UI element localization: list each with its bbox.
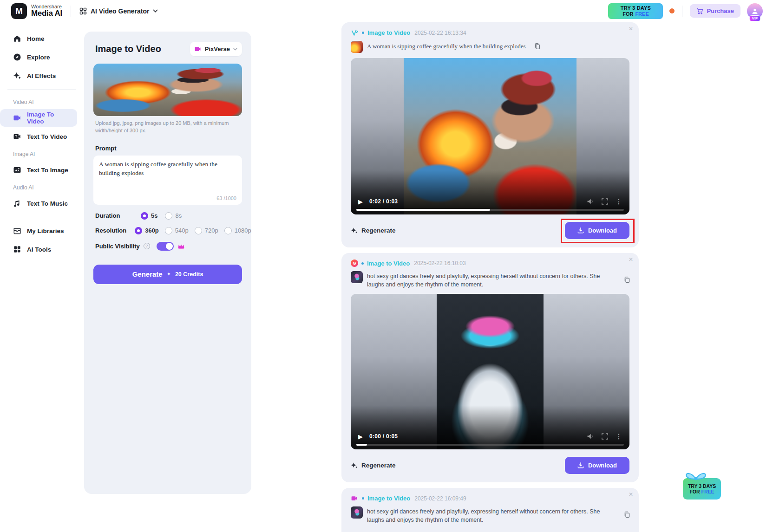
sidebar-item-ai-effects[interactable]: AI Effects (0, 67, 77, 84)
video-player[interactable]: ▶ 0:02 / 0:03 ⋮ (351, 58, 629, 214)
trial-promo-banner[interactable]: TRY 3 DAYS FORFREE (608, 3, 663, 19)
source-image-thumbnail[interactable] (351, 41, 363, 53)
app-selector-label: AI Video Generator (91, 7, 150, 15)
public-visibility-label: Public Visibility (95, 243, 140, 250)
brand-logo[interactable]: M Wondershare Media AI (11, 3, 62, 19)
regenerate-sparkle-icon (351, 227, 358, 234)
radio-selected-icon (135, 227, 142, 234)
copy-icon[interactable] (623, 509, 630, 518)
public-visibility-toggle[interactable] (157, 242, 174, 251)
sidebar: Home Explore AI Effects Video AI Image T… (0, 22, 84, 532)
radio-label: 360p (145, 227, 159, 234)
play-icon[interactable]: ▶ (358, 198, 363, 205)
prompt-label: Prompt (95, 145, 240, 152)
sidebar-divider (7, 217, 76, 217)
regenerate-label: Regenerate (361, 462, 396, 469)
radio-label: 1080p (235, 227, 251, 234)
more-options-icon[interactable]: ⋮ (616, 198, 622, 205)
resolution-option-360p[interactable]: 360p (135, 227, 159, 234)
radio-label: 540p (175, 227, 189, 234)
pixverse-icon (195, 46, 202, 52)
download-wrap: Download (565, 457, 629, 474)
volume-icon[interactable] (587, 433, 594, 440)
regenerate-sparkle-icon (351, 462, 358, 469)
video-progress-bar[interactable] (356, 444, 624, 446)
source-image-thumbnail[interactable] (351, 271, 363, 283)
sidebar-item-label: Explore (27, 54, 50, 61)
download-label: Download (588, 462, 617, 469)
uploaded-image (93, 64, 242, 116)
close-icon[interactable]: ✕ (629, 256, 633, 263)
sidebar-item-label: Text To Music (27, 200, 68, 207)
sidebar-item-image-to-video[interactable]: Image To Video (0, 109, 77, 127)
promo-line2: FORFREE (622, 11, 649, 17)
sidebar-item-text-to-image[interactable]: Text To Image (0, 161, 77, 179)
regenerate-button[interactable]: Regenerate (351, 462, 396, 469)
duration-option-8s[interactable]: 8s (165, 212, 182, 220)
upload-hint-text: Upload jpg, jpeg, png images up to 20 MB… (95, 120, 240, 135)
result-type-label: Image to Video (367, 29, 410, 36)
download-icon (577, 227, 584, 234)
radio-icon (195, 227, 202, 234)
fullscreen-icon[interactable] (602, 198, 608, 205)
download-button[interactable]: Download (565, 457, 629, 474)
radio-icon (224, 227, 232, 234)
source-image-thumbnail[interactable] (351, 506, 363, 519)
generate-button[interactable]: Generate ✦ 20 Credits (93, 265, 242, 284)
radio-selected-icon (141, 212, 148, 220)
user-avatar[interactable]: VIP (747, 3, 763, 19)
volume-icon[interactable] (587, 198, 594, 205)
model-selector-button[interactable]: PixVerse (190, 42, 242, 56)
regenerate-button[interactable]: Regenerate (351, 227, 396, 234)
fullscreen-icon[interactable] (602, 433, 608, 440)
sidebar-section-image-ai: Image AI (0, 146, 84, 160)
prompt-input[interactable]: A woman is sipping coffee gracefully whe… (99, 160, 236, 194)
play-icon[interactable]: ▶ (358, 433, 363, 440)
app-selector-dropdown[interactable]: AI Video Generator (79, 7, 158, 15)
sidebar-item-label: AI Effects (27, 72, 56, 79)
player-gradient (351, 405, 629, 449)
credit-sparkle-icon: ✦ (167, 271, 171, 277)
sidebar-item-label: AI Tools (27, 246, 51, 253)
sidebar-item-explore[interactable]: Explore (0, 48, 77, 66)
sidebar-item-label: My Libraries (27, 227, 64, 234)
floating-promo-line2: FORFREE (689, 489, 714, 494)
duration-option-5s[interactable]: 5s (141, 212, 157, 220)
sidebar-item-my-libraries[interactable]: My Libraries (0, 222, 77, 240)
char-counter: 63 /1000 (216, 195, 236, 201)
download-button[interactable]: Download (565, 222, 629, 239)
resolution-option-540p[interactable]: 540p (165, 227, 189, 234)
brand-line-bottom: Media AI (31, 9, 62, 18)
close-icon[interactable]: ✕ (629, 491, 633, 498)
video-player[interactable]: ▶ 0:00 / 0:05 ⋮ (351, 294, 629, 449)
regenerate-label: Regenerate (361, 227, 396, 234)
notification-dot[interactable] (669, 8, 675, 13)
sidebar-item-ai-tools[interactable]: AI Tools (0, 240, 77, 258)
sidebar-item-text-to-music[interactable]: Text To Music (0, 195, 77, 212)
radio-label: 5s (151, 212, 157, 219)
resolution-row: Resolution 360p 540p 720p 1080p (93, 227, 242, 234)
status-dot (361, 262, 364, 265)
result-card: ✕ G Image to Video 2025-02-22 16:10:03 h… (341, 253, 639, 482)
sidebar-item-label: Text To Image (27, 167, 68, 174)
image-upload-preview[interactable] (93, 64, 242, 116)
video-time: 0:00 / 0:05 (369, 433, 398, 440)
provider-logo-icon (351, 29, 359, 37)
help-icon[interactable]: ? (144, 243, 150, 249)
status-dot (362, 32, 364, 34)
resolution-option-1080p[interactable]: 1080p (224, 227, 251, 234)
copy-icon[interactable] (534, 41, 541, 50)
apps-grid-icon (79, 7, 87, 15)
purchase-button[interactable]: Purchase (690, 4, 740, 18)
result-card: ✕ Image to Video 2025-02-22 16:09:49 hot… (341, 488, 639, 532)
video-progress-bar[interactable] (356, 209, 624, 211)
resolution-option-720p[interactable]: 720p (195, 227, 218, 234)
text-to-image-icon (13, 166, 21, 174)
more-options-icon[interactable]: ⋮ (616, 433, 622, 440)
floating-trial-gift[interactable]: TRY 3 DAYS FORFREE (683, 470, 721, 500)
provider-logo-icon: G (351, 260, 358, 267)
close-icon[interactable]: ✕ (629, 26, 633, 32)
sidebar-item-home[interactable]: Home (0, 30, 77, 47)
sidebar-item-text-to-video[interactable]: Text To Video (0, 128, 77, 145)
copy-icon[interactable] (623, 274, 630, 283)
